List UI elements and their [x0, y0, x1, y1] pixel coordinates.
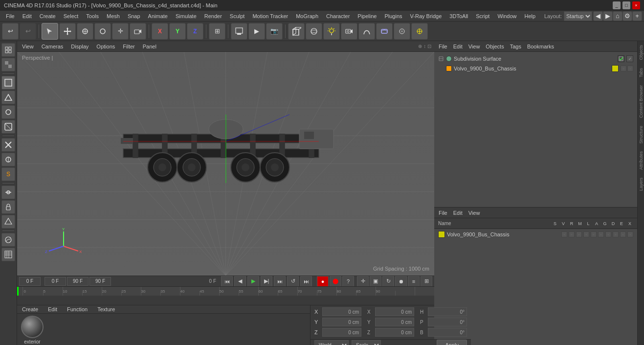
move-button[interactable]	[59, 23, 76, 40]
layout-add[interactable]: +	[632, 11, 642, 21]
move-keys-button[interactable]: ✛	[357, 276, 369, 287]
obj2-tab-file[interactable]: File	[437, 210, 449, 216]
auto-key-button[interactable]: ⬤	[330, 276, 341, 287]
coord-z-pos[interactable]	[322, 328, 361, 337]
obj-subdivision-surface[interactable]: Subdivision Surface ✓	[436, 54, 635, 64]
mat-tab-texture[interactable]: Texture	[94, 305, 118, 313]
lp-edge-mode[interactable]	[1, 105, 15, 119]
coord-world-dropdown[interactable]: World Object	[314, 340, 349, 345]
obj-tab-file[interactable]: File	[437, 44, 449, 49]
end-frame-input[interactable]	[67, 277, 89, 286]
menu-select[interactable]: Select	[60, 12, 83, 20]
x-axis-button[interactable]: X	[152, 23, 168, 40]
vtab-attributes[interactable]: Attributes	[638, 147, 644, 174]
obj-tab-view[interactable]: View	[467, 44, 482, 49]
menu-mograph[interactable]: MoGraph	[292, 12, 322, 20]
obj-tab-bookmarks[interactable]: Bookmarks	[526, 44, 555, 49]
coord-y-size[interactable]	[375, 318, 414, 326]
menu-plugins[interactable]: Plugins	[380, 12, 406, 20]
layout-home[interactable]: ⌂	[613, 11, 622, 21]
obj-tab-tags[interactable]: Tags	[509, 44, 523, 49]
vtab-tabs[interactable]: Tabs	[638, 64, 644, 81]
menu-help[interactable]: Help	[521, 12, 540, 20]
rotate-button[interactable]	[94, 23, 111, 40]
lp-checker[interactable]	[1, 58, 15, 71]
vh-cameras[interactable]: Cameras	[40, 43, 66, 50]
menu-animate[interactable]: Animate	[144, 12, 172, 20]
record-button[interactable]: ●	[317, 276, 329, 287]
vh-display[interactable]: Display	[69, 43, 90, 50]
obj-volvo-chassis[interactable]: Volvo_9900_Bus_Chassis · ·	[436, 64, 635, 73]
vh-filter[interactable]: Filter	[121, 43, 136, 50]
light-button[interactable]	[323, 23, 340, 40]
loop-button[interactable]: ↺	[287, 276, 299, 287]
go-end-button[interactable]: ⏭	[274, 276, 286, 287]
lp-grid[interactable]	[1, 248, 15, 261]
checkbox-icon[interactable]	[618, 55, 624, 62]
object-axis-button[interactable]: ⊞	[209, 23, 225, 40]
material-item-exterior[interactable]: exterior	[21, 316, 44, 345]
vtab-layers[interactable]: Layers	[638, 174, 644, 195]
menu-window[interactable]: Window	[493, 12, 520, 20]
redo-button[interactable]: ↩	[20, 23, 36, 40]
obj2-tab-edit[interactable]: Edit	[452, 210, 464, 216]
layout-settings[interactable]: ⚙	[622, 11, 632, 21]
material-button[interactable]	[394, 23, 410, 40]
maximize-button[interactable]: □	[622, 1, 630, 9]
menu-create[interactable]: Create	[36, 12, 60, 20]
menu-character[interactable]: Character	[322, 12, 354, 20]
render-region[interactable]	[231, 23, 247, 40]
play-button[interactable]: ▶	[247, 276, 259, 287]
minimize-button[interactable]: _	[613, 1, 621, 9]
menu-tools[interactable]: Tools	[82, 12, 103, 20]
preview-end-input[interactable]	[89, 277, 111, 286]
obj2-tab-view[interactable]: View	[467, 210, 482, 216]
scale-button[interactable]	[77, 23, 93, 40]
layout-dropdown[interactable]: Startup	[564, 11, 592, 21]
cube-button[interactable]	[288, 23, 305, 40]
vh-panel[interactable]: Panel	[141, 43, 158, 50]
layout-prev[interactable]: ◀	[593, 11, 603, 21]
lp-snap[interactable]	[1, 185, 15, 199]
mat-tab-function[interactable]: Function	[64, 305, 90, 313]
lp-lock[interactable]	[1, 200, 15, 214]
menu-simulate[interactable]: Simulate	[172, 12, 200, 20]
y-axis-button[interactable]: Y	[169, 23, 186, 40]
render-picture[interactable]: 📷	[266, 23, 283, 40]
lp-tool3[interactable]: S	[1, 167, 15, 181]
menu-file[interactable]: File	[2, 12, 19, 20]
lp-tool1[interactable]	[1, 138, 15, 152]
loop2-button[interactable]: ↻	[382, 276, 394, 287]
coord-scale-dropdown[interactable]: Scale Size	[352, 340, 381, 345]
close-button[interactable]: ×	[632, 1, 640, 9]
coord-y-pos[interactable]	[322, 318, 361, 326]
selection-button[interactable]: ▣	[370, 276, 381, 287]
z-axis-button[interactable]: Z	[187, 23, 203, 40]
vtab-objects[interactable]: Objects	[638, 41, 644, 64]
material-slot[interactable]	[612, 65, 619, 72]
current-frame-input[interactable]	[19, 277, 41, 286]
menu-snap[interactable]: Snap	[124, 12, 144, 20]
record2-button[interactable]: ⏺	[395, 276, 407, 287]
step-forward-button[interactable]: ▶|	[261, 276, 272, 287]
step-back-button[interactable]: ◀	[234, 276, 246, 287]
universal-transform[interactable]: ✛	[112, 23, 129, 40]
go-end2-button[interactable]: ⏭	[300, 276, 312, 287]
lp-texture-mode[interactable]	[1, 91, 15, 104]
obj-tab-objects[interactable]: Objects	[484, 44, 505, 49]
render-settings-button[interactable]	[411, 23, 428, 40]
settings-tl-button[interactable]: ≡	[408, 276, 420, 287]
vtab-structure[interactable]: Structure	[638, 122, 644, 148]
menu-vray[interactable]: V-Ray Bridge	[406, 12, 446, 20]
lp-sculpt-tool[interactable]	[1, 233, 15, 247]
timeline-ruler[interactable]: 0 5 10 15 20 25 30 35 40 45 50 55	[17, 287, 434, 296]
coord-z-size[interactable]	[375, 328, 414, 337]
lp-model-mode[interactable]	[1, 76, 15, 90]
render-active[interactable]: ▶	[248, 23, 265, 40]
lp-tool2[interactable]	[1, 153, 15, 166]
layout-tl-button[interactable]: ⊞	[421, 276, 432, 287]
preview-start-input[interactable]	[44, 277, 66, 286]
sphere-button[interactable]	[306, 23, 322, 40]
go-start-button[interactable]: ⏮	[221, 276, 233, 287]
layout-next[interactable]: ▶	[603, 11, 613, 21]
